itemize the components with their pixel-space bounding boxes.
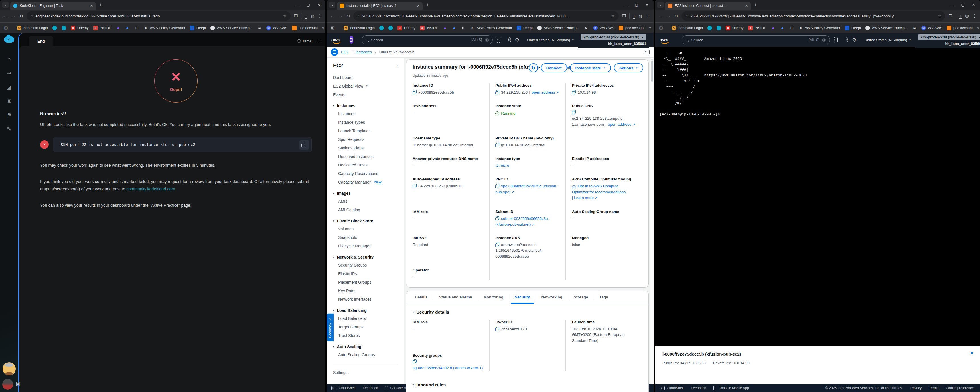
footer-cookie-preferences[interactable]: Cookie preferences [946,386,975,390]
sidebar-item-launch-templates[interactable]: Launch Templates [333,127,398,135]
copy-icon[interactable] [495,327,499,331]
bookmark-teal-app-1[interactable] [707,25,712,30]
copy-icon[interactable] [572,90,576,94]
field-link[interactable]: t2.micro [495,163,509,168]
bookmark-spiral[interactable]: ◎ [257,25,262,30]
bookmark-deepl[interactable]: ›Deepl [190,25,206,30]
copy-icon[interactable] [413,360,416,363]
bookmark-github[interactable]: AWS Service Princip... [537,25,579,30]
footer-privacy[interactable]: Privacy [910,386,921,390]
bookmark-inside[interactable]: //iNSIDE [93,25,111,30]
bookmark-udemy[interactable]: uUdemy [398,25,415,30]
field-link[interactable]: vpc-008afdfdf3b77075a (xfusion-pub-vpc) [495,184,557,194]
forward-icon[interactable]: → [11,13,16,19]
bookmark-udemy[interactable]: uUdemy [725,25,744,30]
sidebar-item-capacity-manager[interactable]: Capacity ManagerNew [333,178,398,186]
sidebar-item-settings[interactable]: Settings [333,368,398,377]
bookmark-wv-aws[interactable]: idWV AWS [266,25,287,30]
copy-icon[interactable] [495,90,499,94]
bookmark-star-icon[interactable]: ☆ [611,14,615,18]
menu-kebab-icon[interactable]: ⋮ [972,13,977,19]
downloads-icon[interactable]: ↓ [633,14,635,19]
sidebar-item-network-interfaces[interactable]: Network Interfaces [333,295,398,304]
bookmarks-overflow-icon[interactable]: » [322,25,325,30]
copy-icon[interactable] [495,243,499,247]
sidebar-item-placement-groups[interactable]: Placement Groups [333,278,398,287]
profile-icon[interactable]: ◍ [310,13,314,19]
bookmark-poc-account[interactable]: poc account [947,25,973,30]
refresh-button[interactable]: ↻ [529,63,538,72]
minimize-button[interactable]: — [296,3,299,7]
footer-mobile-app[interactable]: Console Mobile App [713,386,749,390]
bookmark-star-icon[interactable]: ☆ [283,14,286,18]
learning-path-icon[interactable]: ⇝ [7,66,11,80]
bookmark-purple-wings[interactable]: ◆ [442,25,447,30]
security-details-header[interactable]: ▾Security details [413,309,642,315]
reload-icon[interactable]: ↻ [675,13,678,19]
sidebar-item-dedicated-hosts[interactable]: Dedicated Hosts [333,161,398,169]
apps-grid-icon[interactable]: ⊞ [4,25,8,30]
bookmarks-overflow-icon[interactable]: » [977,25,980,30]
tab-close-icon[interactable]: ✕ [417,4,420,8]
profile-icon[interactable]: ◍ [965,13,969,19]
copy-icon[interactable] [495,184,499,188]
maximize-button[interactable]: ▢ [307,3,310,7]
new-tab-button[interactable]: + [754,2,757,8]
breadcrumb-instances[interactable]: Instances [355,50,372,54]
notes-icon[interactable]: ✎ [7,122,11,136]
bookmark-purple-wings[interactable]: ◆ [771,25,775,30]
ec2-service-icon[interactable] [350,36,353,44]
url-bar[interactable]: ≡ 265164650170-x3wxtcj5.us-east-1.consol… [353,11,619,21]
sidebar-section-network-security[interactable]: ▾Network & Security [333,255,398,259]
maximize-button[interactable]: ▢ [635,3,638,7]
bookmark-hashicorp[interactable]: H [461,25,465,30]
sidebar-item-instances[interactable]: Instances [333,110,398,118]
scrollbar-thumb[interactable] [651,61,653,81]
bookmark-teal-app-1[interactable] [52,25,57,30]
footer-cloudshell[interactable]: >_CloudShell [331,386,355,390]
downloads-icon[interactable]: ↓ [305,14,307,19]
bookmark-wv-aws[interactable]: idWV AWS [593,25,614,30]
browser-tab-ec2[interactable]: Instance details | EC2 | us-east-1 ✕ [337,2,423,10]
tab-networking[interactable]: Networking [536,291,568,304]
bookmark-purple-wings[interactable]: ◆ [116,25,120,30]
field-link[interactable]: sg-0de2358ec2f4bd23f (launch-wizard-1) [413,366,483,370]
sidebar-item-volumes[interactable]: Volumes [333,225,398,233]
bookmark-aws-policy-generator[interactable]: ⊕AWS Policy Generator [470,25,512,30]
sidebar-item-amis[interactable]: AMIs [333,197,398,206]
footer-cloudshell[interactable]: >_CloudShell [660,386,684,390]
downloads-icon[interactable]: ↓ [959,14,962,19]
sidebar-item-ec2-global-view[interactable]: EC2 Global View↗ [333,82,398,90]
bookmark-aws-policy-generator[interactable]: ⊕AWS Policy Generator [143,25,185,30]
sidebar-item-load-balancers[interactable]: Load Balancers [333,314,398,323]
avatar[interactable] [2,379,13,390]
tab-details[interactable]: Details [409,291,433,304]
tab-close-icon[interactable]: ✕ [745,4,748,8]
close-button[interactable]: ✕ [317,3,320,7]
sidebar-section-load-balancing[interactable]: ▾Load Balancing [333,308,398,313]
bookmark-deepl[interactable]: ›Deepl [517,25,533,30]
footer-terms[interactable]: Terms [929,386,939,390]
sidebar-section-instances[interactable]: ▾Instances [333,103,398,108]
sidebar-section-images[interactable]: ▾Images [333,191,398,195]
help-icon[interactable]: ? [508,37,511,43]
home-icon[interactable]: ⌂ [7,52,11,66]
services-grid-icon[interactable] [357,38,358,42]
sidebar-item-snapshots[interactable]: Snapshots [333,233,398,242]
footer-feedback[interactable]: Feedback [691,386,706,390]
sidebar-item-capacity-reservations[interactable]: Capacity Reservations [333,169,398,178]
sidebar-item-savings-plans[interactable]: Savings Plans [333,144,398,152]
instance-state-button[interactable]: Instance state▼ [570,63,611,72]
bookmark-star-icon[interactable]: ☆ [937,14,941,18]
copy-icon[interactable] [572,110,576,114]
site-info-icon[interactable]: ≡ [686,14,687,18]
cloudshell-icon[interactable]: >_ [834,37,838,43]
bookmark-deepl[interactable]: ›Deepl [845,25,861,30]
avatar[interactable] [3,362,16,376]
sidebar-item-ami-catalog[interactable]: AMI Catalog [333,206,398,214]
sidebar-item-events[interactable]: Events [333,90,398,99]
field-link[interactable]: Opt-in to AWS Compute Optimizer for reco… [572,184,627,194]
sidebar-collapse-icon[interactable]: ‹ [396,63,398,68]
bookmark-spiral[interactable]: ◎ [584,25,589,30]
bookmark-udemy[interactable]: uUdemy [71,25,89,30]
